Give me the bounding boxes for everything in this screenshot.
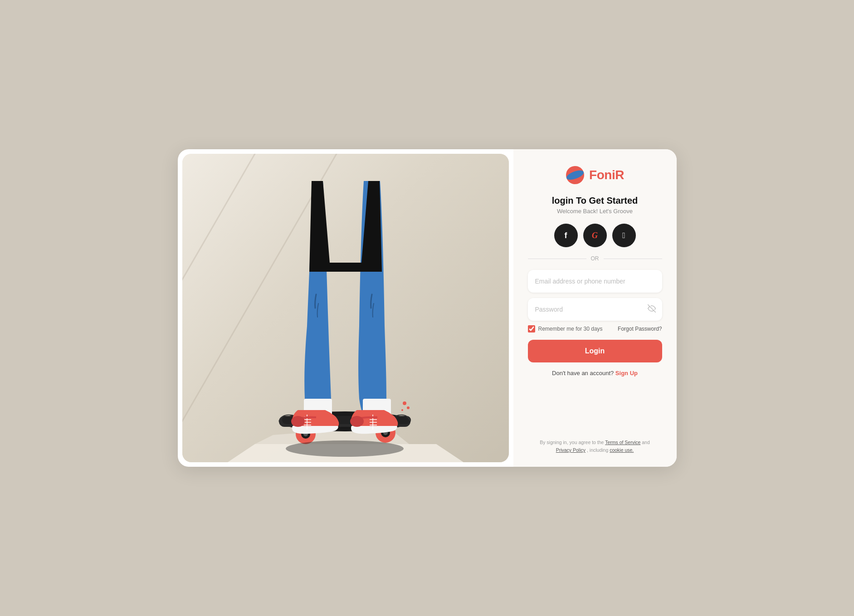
forgot-password-link[interactable]: Forgot Password?: [618, 326, 662, 332]
password-field-wrapper: [528, 298, 662, 321]
signup-link[interactable]: Sign Up: [615, 370, 638, 376]
svg-point-29: [407, 406, 410, 409]
remember-row: Remember me for 30 days Forgot Password?: [528, 325, 662, 332]
cookie-use-link[interactable]: cookie use.: [610, 447, 634, 453]
facebook-icon: f: [565, 231, 567, 240]
signup-prompt: Don't have an account?: [552, 370, 614, 376]
password-toggle-icon[interactable]: [648, 304, 656, 314]
remember-checkbox[interactable]: [528, 325, 535, 332]
facebook-login-button[interactable]: f: [554, 224, 578, 247]
login-button[interactable]: Login: [528, 340, 662, 362]
google-login-button[interactable]: G: [583, 224, 607, 247]
app-name: FoniR: [589, 168, 624, 182]
email-field-wrapper: [528, 270, 662, 293]
signup-row: Don't have an account? Sign Up: [552, 370, 638, 376]
login-title: login To Get Started: [552, 196, 638, 206]
divider-text: OR: [591, 255, 599, 262]
logo-row: FoniR: [566, 166, 624, 185]
terms-line1: By signing in, you agree to the: [540, 440, 604, 445]
svg-point-27: [286, 440, 404, 457]
remember-left: Remember me for 30 days: [528, 325, 603, 332]
divider: OR: [528, 255, 662, 262]
apple-icon: : [622, 231, 625, 240]
divider-line-left: [528, 259, 586, 259]
illustration-panel: [182, 154, 509, 462]
terms-including: , including: [587, 447, 608, 453]
terms-of-service-link[interactable]: Terms of Service: [605, 440, 640, 445]
remember-label: Remember me for 30 days: [538, 326, 603, 332]
login-card: FoniR login To Get Started Welcome Back!…: [178, 149, 677, 467]
apple-login-button[interactable]: : [612, 224, 636, 247]
email-input[interactable]: [528, 270, 662, 293]
app-logo-icon: [566, 166, 585, 185]
svg-point-30: [401, 409, 403, 411]
google-icon: G: [592, 231, 598, 240]
svg-point-26: [350, 416, 364, 427]
login-panel: FoniR login To Get Started Welcome Back!…: [513, 149, 677, 467]
terms-and: and: [642, 440, 650, 445]
password-input[interactable]: [528, 298, 662, 321]
skater-illustration: [228, 181, 464, 462]
login-subtitle: Welcome Back! Let's Groove: [557, 208, 633, 215]
terms-text: By signing in, you agree to the Terms of…: [540, 439, 650, 454]
svg-point-19: [291, 416, 305, 427]
svg-point-28: [403, 401, 406, 405]
social-buttons-row: f G : [554, 224, 636, 247]
divider-line-right: [604, 259, 662, 259]
privacy-policy-link[interactable]: Privacy Policy: [556, 447, 586, 453]
